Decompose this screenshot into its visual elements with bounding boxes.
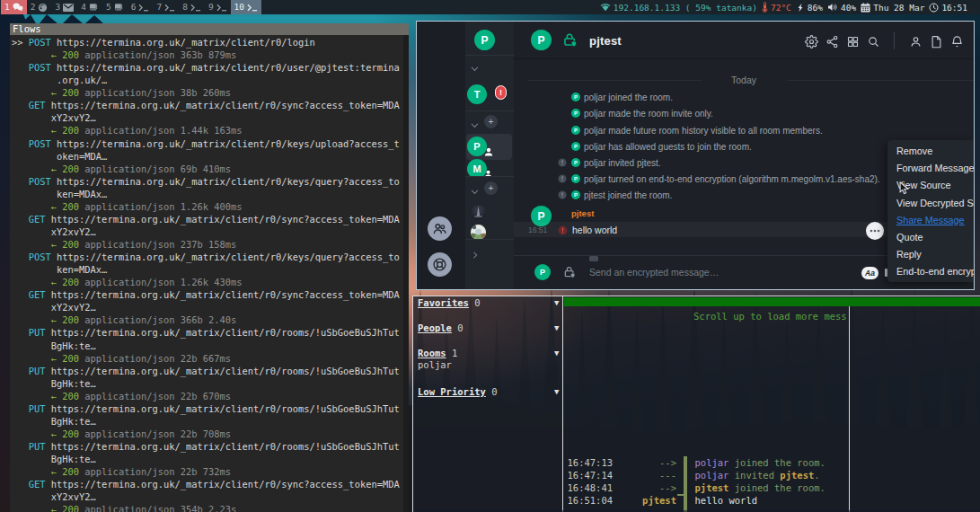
terminal-icon [247,4,258,12]
system-event: Ppoljar made future room history visible… [514,122,974,138]
chat-line: 16:47:14---poljar invited pjtest. [564,469,850,481]
prefix-separator-tick [677,494,684,497]
mitmproxy-scrollbar[interactable] [403,35,409,512]
add-room-button[interactable]: + [484,115,498,128]
system-event-text: poljar joined the room. [584,92,673,102]
workspace-button-4[interactable]: 4 [77,0,102,14]
message-segment: poljar [695,457,729,468]
menu-item-forward-message[interactable]: Forward Message [887,160,974,177]
group-label: Rooms [418,348,446,358]
person-badge-icon [483,146,494,157]
line-timestamp: 16:47:13 [568,456,614,469]
room-group-rooms[interactable]: Rooms 1 [418,348,457,358]
message-segment: pjtest [695,482,729,493]
status-text: Thu 28 Mar [873,3,924,13]
share-room-icon[interactable] [825,35,839,52]
room-group-favorites[interactable]: Favorites 0 [418,297,481,308]
user-avatar[interactable]: P [474,30,495,50]
workspace-number: 9 [208,0,214,14]
workspace-button-7[interactable]: 7 [153,0,179,14]
unencrypted-shield-icon [558,187,567,203]
photo-avatar-landscape[interactable] [471,225,486,240]
chevron-right-icon[interactable] [471,247,480,263]
room-group-people[interactable]: People 0 [418,322,464,333]
photo-avatar-tower[interactable] [471,205,486,220]
clock-icon [929,3,939,13]
room-header-avatar[interactable]: P [531,30,552,50]
group-count: 0 [486,386,498,397]
chevron-down-icon[interactable] [470,118,480,134]
formatting-button[interactable]: Aa [861,267,878,279]
speaker-icon [827,3,838,12]
chevron-down-icon[interactable] [470,61,480,77]
line-message: poljar joined the room. [695,456,825,469]
terminal-icon [190,4,201,12]
invite-notification-badge: ! [495,85,507,100]
message-segment: poljar [695,470,729,481]
terminal-chat-window: Favorites 0▼People 0▼Rooms 1▼poljarLow P… [412,296,980,512]
groups-button[interactable] [428,216,452,241]
workspace-button-10[interactable]: 10 [231,0,261,14]
apps-grid-icon[interactable] [846,35,860,52]
system-event: Ppoljar joined the room. [514,89,974,105]
workspace-button-1[interactable]: 1 [1,0,27,14]
mitmproxy-flow-list[interactable]: >> POST https://termina.org.uk/_matrix/c… [12,36,400,512]
notifications-bell-icon[interactable] [950,35,964,52]
group-count: 0 [469,297,481,308]
room-group-low-priority[interactable]: Low Priority 0 [418,386,498,397]
composer-input[interactable]: Send an encrypted message… [589,267,719,278]
composer-hint-badge [589,256,598,261]
workspace-button-6[interactable]: 6 [128,0,154,14]
section-divider [465,55,514,56]
workspace-button-8[interactable]: 8 [179,0,205,14]
event-avatar: P [571,142,580,151]
chevron-down-icon[interactable] [470,184,480,200]
event-avatar: P [571,109,580,118]
message-segment: hello world [695,495,758,506]
invite-room-avatar[interactable]: T [467,84,487,104]
chat-line: 16:51:04pjtesthello world [564,494,850,507]
person-badge-icon [483,169,493,176]
message-sender-name[interactable]: pjtest [571,208,594,218]
sidebar-separator[interactable] [562,296,563,512]
message-options-button[interactable] [866,222,884,240]
room-name: pjtest [589,34,622,48]
collapse-arrow-icon[interactable]: ▼ [554,349,559,358]
menu-item-view-decrypted-source[interactable]: View Decrypted Source [887,195,974,212]
workspace-number: 5 [106,0,111,14]
files-icon[interactable] [930,35,943,52]
collapse-arrow-icon[interactable]: ▼ [554,323,559,332]
collapse-arrow-icon[interactable]: ▼ [554,298,559,307]
menu-item-end-to-end-encryption-information[interactable]: End-to-end encryption information [887,263,974,280]
workspace-switcher: 12345678910 [1,0,261,14]
collapse-arrow-icon[interactable]: ▼ [554,387,559,396]
element-community-panel [417,22,465,289]
message-text[interactable]: hello world [572,225,617,235]
menu-item-share-message[interactable]: Share Message [887,212,974,229]
menu-item-remove[interactable]: Remove [887,143,974,160]
menu-item-reply[interactable]: Reply [887,246,974,263]
menu-item-quote[interactable]: Quote [887,229,974,246]
system-event-text: pjtest joined the room. [584,190,672,200]
message-segment: joined the room. [728,482,825,493]
members-icon[interactable] [909,35,923,52]
workspace-button-2[interactable]: 2 [27,0,52,14]
event-avatar: P [571,126,580,135]
workspace-button-3[interactable]: 3 [51,0,77,14]
nicklist-separator[interactable] [849,306,850,512]
workspace-button-9[interactable]: 9 [205,0,231,14]
search-icon[interactable] [867,35,880,52]
status-indicators: 192.168.1.133 ( 59% tatanka)72°C86%40%Th… [600,0,967,14]
add-room-button[interactable]: + [484,181,498,195]
event-avatar: P [571,174,580,183]
message-segment: joined the room. [728,457,825,468]
thermometer-icon [762,2,768,13]
status-calendar: Thu 28 Mar [861,3,924,13]
help-button[interactable] [428,252,452,277]
workspace-number: 1 [4,0,10,14]
line-message: hello world [695,494,758,507]
workspace-button-5[interactable]: 5 [102,0,128,14]
line-prefix: --> [618,456,676,469]
room-entry-poljar[interactable]: poljar [418,359,452,370]
room-settings-icon[interactable] [805,35,818,52]
